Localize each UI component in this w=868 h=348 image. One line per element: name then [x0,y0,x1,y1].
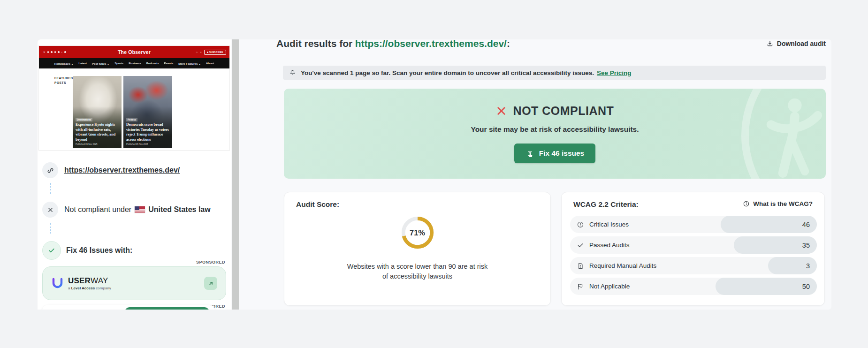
brand-bold: USER [68,276,91,285]
brand-light: WAY [91,276,108,285]
wcag-row: Required Manual Audits3 [570,257,817,274]
compliance-banner: NOT COMPLIANT Your site may be at risk o… [284,89,826,179]
wcag-row-count: 50 [716,278,817,295]
site-preview-header-utils: ☼ ⌕ SUBSCRIBE [196,46,226,58]
sidebar-scrollbar[interactable] [232,39,239,310]
wcag-rows: Critical Issues46Passed Audits35Required… [570,216,817,298]
notice-text: You've scanned 1 page so far. Scan your … [301,69,594,76]
userway-logo-icon [51,278,64,289]
alert-circle-icon [577,221,584,228]
scanned-url-link[interactable]: https://observer.trexthemes.dev/ [64,166,180,174]
site-preview-nav-item: Sports [114,62,123,65]
sponsor-card-partial [42,305,215,310]
site-preview-logo: The Observer [118,49,151,55]
site-preview-nav-item: Homepages ⌄ [54,62,74,65]
compliance-law: United States law [148,205,210,214]
what-is-wcag-link[interactable]: What is the WCAG? [743,200,813,207]
site-preview-article: PoliticsDemocrats score broad victories … [123,76,172,148]
social-dot-icon [47,51,49,53]
score-donut-chart: 71% [399,214,436,251]
site-preview-nav-item: More Features ⌄ [178,62,201,65]
wcag-card-heading: WCAG 2.2 Criteria: [573,200,639,209]
x-social-icon: ✕ [43,51,46,53]
compliance-status: NOT COMPLIANT [496,104,614,118]
sponsor-cta-button[interactable] [125,307,209,310]
scan-summary-sidebar: ✕ ♪ The Observer ☼ ⌕ SUBSCRIBE Homepages… [38,39,231,310]
wcag-row-label: Critical Issues [589,221,629,228]
see-pricing-link[interactable]: See Pricing [597,69,632,76]
wcag-row: Passed Audits35 [570,236,817,254]
score-note: Websites with a score lower than 90 are … [284,262,550,281]
wcag-row-label: Not Applicable [589,283,630,290]
site-preview-masthead-bar: ✕ ♪ The Observer ☼ ⌕ SUBSCRIBE [39,46,229,58]
us-flag-icon [135,206,145,213]
fix-issues-button[interactable]: Fix 46 issues [514,144,596,163]
x-circle-icon [42,202,58,218]
sponsored-label: SPONSORED [196,260,225,265]
info-icon [743,200,750,207]
site-preview-nav-item: Business [129,62,141,65]
wcag-criteria-card: WCAG 2.2 Criteria: What is the WCAG? Cri… [561,192,825,306]
social-dot-icon [51,51,53,53]
site-preview-nav-item: Events [164,62,174,65]
x-mark-icon [496,106,507,116]
subscribe-button: SUBSCRIBE [204,50,226,55]
score-value: 71% [399,214,436,251]
site-preview-nav-item: About [206,62,214,65]
theme-icon: ☼ [196,51,198,53]
userway-wordmark: USERWAY a Level Access company [68,276,111,290]
title-suffix: : [507,38,510,49]
wcag-row-count: 3 [768,257,817,274]
compliance-status-row: Not compliant under United States law [42,202,211,218]
wcag-row: Critical Issues46 [570,216,817,233]
audit-score-card: Audit Score: 71% Websites with a score l… [284,192,551,306]
document-icon [577,262,584,270]
banner-subtitle: Your site may be at risk of accessibilit… [471,125,639,134]
download-icon [766,40,774,47]
connector-dots [50,223,51,234]
fix-issues-row: Fix 46 Issues with: [42,241,132,260]
site-preview-thumbnail: ✕ ♪ The Observer ☼ ⌕ SUBSCRIBE Homepages… [39,46,229,150]
social-dot-icon [64,51,66,53]
tap-icon [525,149,534,158]
social-dot-icon [54,51,56,53]
arrow-up-right-icon [208,280,214,287]
accessibility-audit-app: ✕ ♪ The Observer ☼ ⌕ SUBSCRIBE Homepages… [0,0,868,348]
link-icon [42,162,58,178]
check-icon [577,242,584,249]
site-preview-body: FEATURED POSTS DestinationsExperience Ky… [39,68,229,150]
wcag-row-label: Required Manual Audits [589,262,656,269]
wcag-row-count: 46 [721,216,817,233]
flag-icon [577,283,584,290]
download-audit-button[interactable]: Download audit [766,40,826,47]
fix-issues-heading: Fix 46 Issues with: [66,246,132,255]
wcag-row: Not Applicable50 [570,278,817,295]
accessibility-person-icon [763,96,824,179]
site-preview-nav-item: Latest [78,62,87,65]
social-dot-icon [58,51,60,53]
userway-sponsor-card[interactable]: USERWAY a Level Access company [42,266,226,300]
status-label: NOT COMPLIANT [513,104,614,118]
bell-icon [289,69,296,76]
open-sponsor-button[interactable] [204,277,217,290]
site-preview-articles: DestinationsExperience Kyoto nights with… [73,76,172,148]
site-preview-social-icons: ✕ ♪ [43,46,66,58]
wcag-row-label: Passed Audits [589,242,630,249]
compliance-status-text: Not compliant under United States law [64,205,211,214]
site-preview-article: DestinationsExperience Kyoto nights with… [73,76,122,148]
check-circle-icon [42,241,61,260]
site-preview-nav-item: Podcasts [146,62,159,65]
scanned-url-row: https://observer.trexthemes.dev/ [42,162,180,178]
page-title: Audit results forhttps://observer.trexth… [276,38,510,49]
scan-notice-bar: You've scanned 1 page so far. Scan your … [283,66,826,80]
search-icon: ⌕ [200,51,202,54]
audited-url-link[interactable]: https://observer.trexthemes.dev/ [355,38,507,49]
wcag-row-count: 35 [734,236,817,254]
compliance-prefix: Not compliant under [64,205,131,214]
site-preview-nav-item: Post types ⌄ [92,62,109,65]
site-preview-nav: Homepages ⌄LatestPost types ⌄SportsBusin… [39,58,229,68]
music-note-icon: ♪ [61,51,63,53]
connector-dots [50,183,51,194]
score-card-heading: Audit Score: [296,200,339,209]
user-icon [207,52,208,53]
